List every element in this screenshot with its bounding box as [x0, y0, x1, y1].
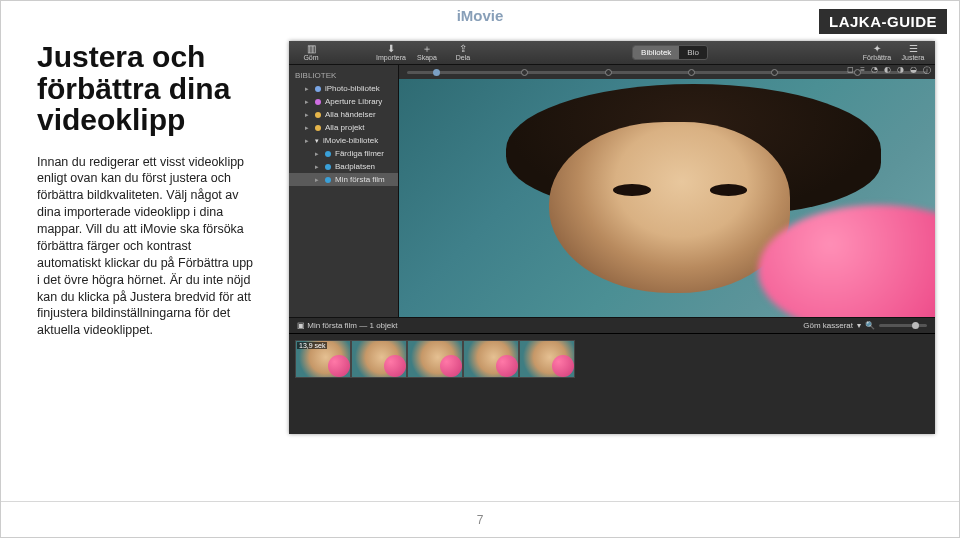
sidebar-item-label: Alla händelser [325, 110, 376, 119]
article-body: Innan du redigerar ett visst videoklipp … [37, 154, 257, 340]
sidebar-item-events[interactable]: Alla händelser [289, 108, 398, 121]
sidebar-item-library[interactable]: ▾ iMovie-bibliotek [289, 134, 398, 147]
hide-rejected-label[interactable]: Göm kasserat [803, 321, 853, 330]
marker-icon[interactable] [605, 69, 612, 76]
pink-blur-shape [384, 355, 406, 377]
pink-blur-shape [440, 355, 462, 377]
sidebar-item-iphoto[interactable]: iPhoto-bibliotek [289, 82, 398, 95]
pink-blur-shape [552, 355, 574, 377]
sidebar-item-label: iMovie-bibliotek [323, 136, 378, 145]
tool-speed-icon[interactable]: ◒ [910, 65, 917, 76]
clip-thumbnail[interactable]: 13,9 sek [295, 340, 351, 378]
enhance-button[interactable]: ✦ Förbättra [861, 44, 893, 61]
thumbnail-row: 13,9 sek [289, 334, 935, 384]
plus-icon: ＋ [422, 44, 432, 54]
adjust-button[interactable]: ☰ Justera [897, 44, 929, 61]
sidebar-item-label: Alla projekt [325, 123, 365, 132]
sidebar-item-label: Färdiga filmer [335, 149, 384, 158]
clip-thumbnail[interactable] [351, 340, 407, 378]
hide-icon: ▥ [307, 44, 316, 54]
imovie-body: BIBLIOTEK iPhoto-bibliotek Aperture Libr… [289, 65, 935, 317]
clip-strip: ▣ Min första film — 1 objekt Göm kassera… [289, 317, 935, 434]
eye-shape [613, 184, 651, 196]
view-segment[interactable]: Bibliotek Bio [632, 45, 708, 60]
marker-icon[interactable] [521, 69, 528, 76]
create-button[interactable]: ＋ Skapa [411, 44, 443, 61]
pink-blur-shape [496, 355, 518, 377]
tool-info-icon[interactable]: ⓘ [923, 65, 931, 76]
strip-title-left: ▣ Min första film — 1 objekt [297, 321, 398, 330]
preview-pane[interactable]: ◻ ≡ ◔ ◐ ◑ ◒ ⓘ [399, 65, 935, 317]
clip-thumbnail[interactable] [463, 340, 519, 378]
strip-header: ▣ Min första film — 1 objekt Göm kassera… [289, 318, 935, 334]
pink-blur-shape [328, 355, 350, 377]
search-icon[interactable]: 🔍 [865, 321, 875, 330]
sidebar-item-badplatsen[interactable]: Badplatsen [289, 160, 398, 173]
create-label: Skapa [417, 54, 437, 61]
page-number: 7 [477, 513, 484, 527]
marker-icon[interactable] [688, 69, 695, 76]
clip-thumbnail[interactable] [519, 340, 575, 378]
article-column: Justera och förbättra dina videoklipp In… [37, 41, 257, 339]
tool-noise-icon[interactable]: ◑ [897, 65, 904, 76]
star-icon [315, 86, 321, 92]
playhead-icon[interactable] [433, 69, 440, 76]
sidebar-item-projects[interactable]: Alla projekt [289, 121, 398, 134]
strip-title-right: Göm kasserat ▾ 🔍 [803, 321, 927, 330]
sidebar-header: BIBLIOTEK [289, 69, 398, 82]
sidebar-item-finished[interactable]: Färdiga filmer [289, 147, 398, 160]
dropdown-icon[interactable]: ▾ [857, 321, 861, 330]
zoom-slider[interactable] [879, 324, 927, 327]
film-icon: ▣ [297, 321, 307, 330]
child-face-shape [549, 122, 790, 293]
import-button[interactable]: ⬇ Importera [375, 44, 407, 61]
calendar-icon [325, 177, 331, 183]
strip-project-name: Min första film — [307, 321, 369, 330]
tool-color-icon[interactable]: ≡ [860, 65, 865, 76]
calendar-icon [325, 164, 331, 170]
clip-duration-tag: 13,9 sek [297, 342, 327, 349]
star-icon [315, 99, 321, 105]
imovie-window: ▥ Göm ⬇ Importera ＋ Skapa ⇪ Dela Bibliot… [289, 41, 935, 434]
wand-icon: ✦ [873, 44, 881, 54]
eye-shape [710, 184, 748, 196]
sidebar-item-aperture[interactable]: Aperture Library [289, 95, 398, 108]
enhance-label: Förbättra [863, 54, 891, 61]
article-heading: Justera och förbättra dina videoklipp [37, 41, 257, 136]
hide-button[interactable]: ▥ Göm [295, 44, 327, 61]
imovie-toolbar: ▥ Göm ⬇ Importera ＋ Skapa ⇪ Dela Bibliot… [289, 41, 935, 65]
calendar-icon [325, 151, 331, 157]
import-icon: ⬇ [387, 44, 395, 54]
sidebar-item-myfirst[interactable]: Min första film [289, 173, 398, 186]
adjust-tool-row: ◻ ≡ ◔ ◐ ◑ ◒ ⓘ [847, 65, 931, 76]
app-title: iMovie [457, 7, 504, 24]
adjust-label: Justera [902, 54, 925, 61]
import-label: Importera [376, 54, 406, 61]
sidebar-item-label: iPhoto-bibliotek [325, 84, 380, 93]
share-label: Dela [456, 54, 470, 61]
strip-object-count: 1 objekt [369, 321, 397, 330]
star-icon [315, 125, 321, 131]
tool-audio-icon[interactable]: ◐ [884, 65, 891, 76]
seg-theater[interactable]: Bio [679, 46, 707, 59]
seg-library[interactable]: Bibliotek [633, 46, 679, 59]
sliders-icon: ☰ [909, 44, 918, 54]
sidebar-item-label: Min första film [335, 175, 385, 184]
share-button[interactable]: ⇪ Dela [447, 44, 479, 61]
sidebar-item-label: Aperture Library [325, 97, 382, 106]
star-icon [315, 112, 321, 118]
guide-badge: LAJKA-GUIDE [819, 9, 947, 34]
tool-wb-icon[interactable]: ◔ [871, 65, 878, 76]
clip-thumbnail[interactable] [407, 340, 463, 378]
share-icon: ⇪ [459, 44, 467, 54]
page-footer: 7 [1, 501, 959, 537]
marker-icon[interactable] [771, 69, 778, 76]
tool-crop-icon[interactable]: ◻ [847, 65, 854, 76]
preview-image [399, 79, 935, 317]
chevron-down-icon: ▾ [315, 137, 319, 145]
sidebar: BIBLIOTEK iPhoto-bibliotek Aperture Libr… [289, 65, 399, 317]
hide-label: Göm [303, 54, 318, 61]
sidebar-item-label: Badplatsen [335, 162, 375, 171]
